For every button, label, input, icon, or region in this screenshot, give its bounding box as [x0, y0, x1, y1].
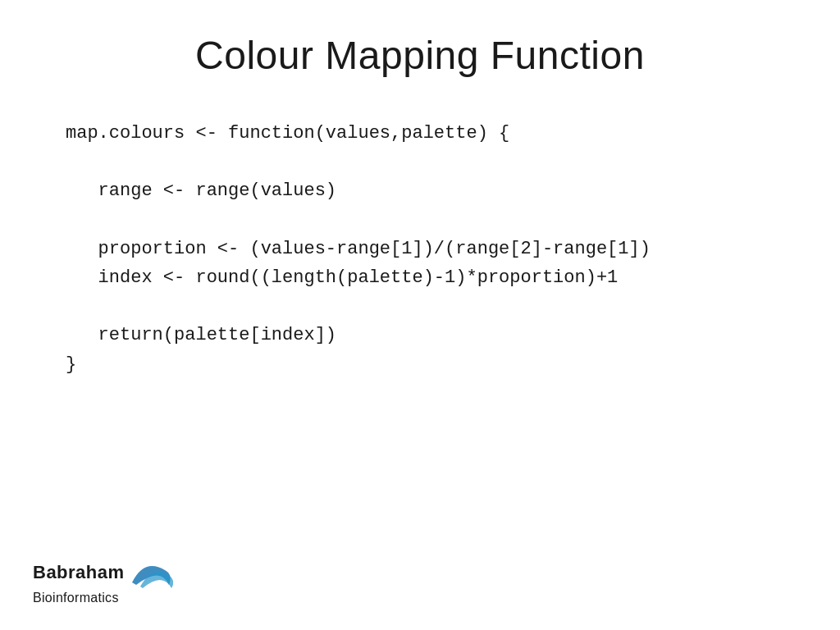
- code-line-5: proportion <- (values-range[1])/(range[2…: [66, 235, 791, 263]
- logo-row: Babraham: [33, 554, 173, 591]
- code-line-6: index <- round((length(palette)-1)*propo…: [66, 263, 791, 292]
- code-line-4: [66, 206, 791, 235]
- code-line-2: [66, 148, 791, 176]
- logo: Babraham Bioinformatics: [33, 554, 173, 605]
- code-line-8: return(palette[index]): [66, 321, 791, 349]
- logo-swoosh-icon: [128, 554, 173, 591]
- logo-subtitle: Bioinformatics: [33, 591, 119, 605]
- code-line-9: }: [66, 350, 791, 379]
- code-line-3: range <- range(values): [66, 176, 791, 205]
- code-line-1: map.colours <- function(values,palette) …: [66, 119, 791, 148]
- code-line-7: [66, 292, 791, 321]
- slide: Colour Mapping Function map.colours <- f…: [0, 0, 840, 630]
- code-block: map.colours <- function(values,palette) …: [66, 119, 791, 379]
- slide-title: Colour Mapping Function: [49, 33, 791, 78]
- logo-name: Babraham: [33, 562, 125, 583]
